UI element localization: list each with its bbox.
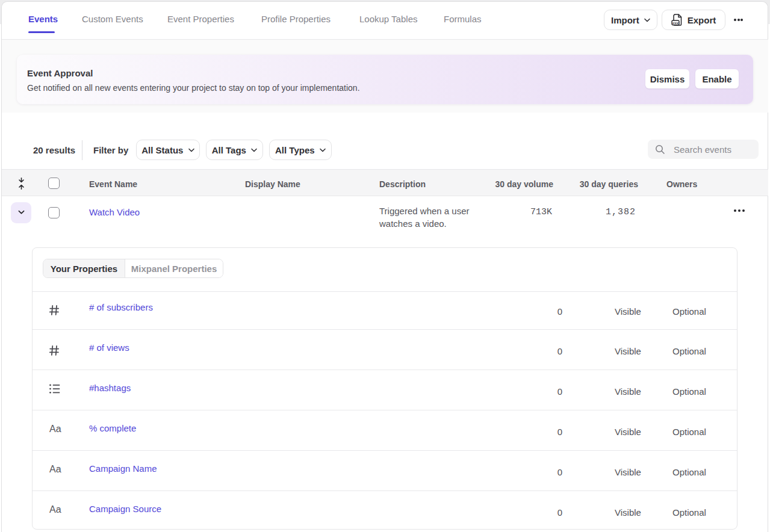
svg-text:csv: csv bbox=[672, 20, 679, 24]
